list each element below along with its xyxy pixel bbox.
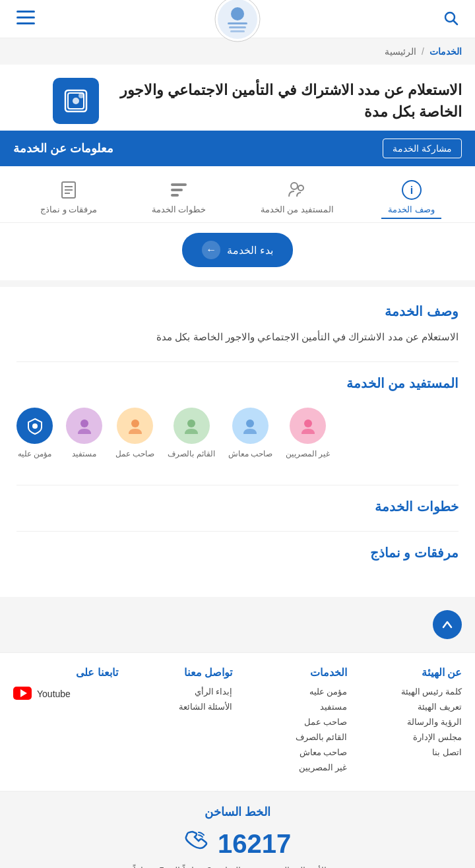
svg-rect-6 <box>229 26 246 28</box>
svg-text:i: i <box>410 185 412 196</box>
beneficiary-circle-3 <box>174 408 210 444</box>
attachments-title: مرفقات و نماذج <box>16 545 459 561</box>
beneficiary-item-1: مستفيد <box>66 408 102 458</box>
beneficiary-circle-1 <box>66 408 102 444</box>
beneficiary-section: المستفيد من الخدمة غير المصريين صاحب معا… <box>16 375 459 465</box>
beneficiary-item-0: مؤمن عليه <box>16 408 53 458</box>
youtube-icon <box>13 687 32 701</box>
search-button[interactable] <box>439 7 462 31</box>
description-section: وصف الخدمة الاستعلام عن مدد الاشتراك في … <box>16 303 459 345</box>
breadcrumb-current[interactable]: الخدمات <box>429 46 462 57</box>
beneficiary-circle-4 <box>232 408 269 444</box>
svg-point-4 <box>231 7 244 20</box>
steps-tab-icon <box>168 179 189 201</box>
tab-description[interactable]: i وصف الخدمة <box>381 176 441 219</box>
menu-button[interactable] <box>13 7 38 30</box>
service-icon-box <box>53 78 99 124</box>
footer-service-3[interactable]: القائم بالصرف <box>243 732 348 742</box>
footer-link-board[interactable]: مجلس الإدارة <box>357 732 462 742</box>
footer-contact-0[interactable]: إبداء الرأي <box>128 687 233 697</box>
content-area: وصف الخدمة الاستعلام عن مدد الاشتراك في … <box>0 287 475 597</box>
beneficiary-circle-0 <box>16 408 53 444</box>
footer-about-title: عن الهيئة <box>357 666 462 679</box>
divider-1 <box>16 361 459 362</box>
svg-rect-9 <box>16 16 35 18</box>
svg-rect-19 <box>171 183 187 186</box>
scroll-top-button[interactable] <box>433 610 462 639</box>
svg-rect-21 <box>171 194 179 197</box>
svg-point-18 <box>298 185 303 191</box>
divider-2 <box>16 485 459 485</box>
hotline-section: الخط الساخن 16217 من الأحد إلى الخميس من… <box>0 791 475 868</box>
svg-point-14 <box>79 93 84 98</box>
attachments-tab-icon <box>58 179 79 201</box>
tab-beneficiary[interactable]: المستفيد من الخدمة <box>254 176 340 219</box>
attachments-section: مرفقات و نماذج <box>16 545 459 561</box>
footer-services-title: الخدمات <box>243 666 348 679</box>
share-button[interactable]: مشاركة الخدمة <box>383 139 462 158</box>
logo <box>214 0 261 42</box>
divider-3 <box>16 531 459 532</box>
footer-follow-title: تابعنا على <box>13 666 118 679</box>
breadcrumb-home[interactable]: الرئيسية <box>385 46 416 57</box>
steps-section: خطوات الخدمة <box>16 499 459 514</box>
service-icon <box>63 88 89 114</box>
footer-link-about[interactable]: تعريف الهيئة <box>357 702 462 712</box>
footer-service-4[interactable]: صاحب معاش <box>243 747 348 757</box>
hotline-hours: من الأحد إلى الخميس من الساعة 9 صباحاً إ… <box>16 865 459 868</box>
menu-icon <box>16 11 35 25</box>
beneficiary-circle-5 <box>290 408 326 444</box>
footer-contact-1[interactable]: الأسئلة الشائعة <box>128 702 233 712</box>
footer-service-0[interactable]: مؤمن عليه <box>243 687 348 697</box>
footer-service-1[interactable]: مستفيد <box>243 702 348 712</box>
beneficiary-icons-row: غير المصريين صاحب معاش القائم بالصرف <box>16 401 459 465</box>
start-service-section: بدء الخدمة ← <box>0 223 475 280</box>
description-title: وصف الخدمة <box>16 303 459 319</box>
footer-service-5[interactable]: غير المصريين <box>243 762 348 772</box>
start-service-button[interactable]: بدء الخدمة ← <box>182 233 292 267</box>
hotline-title: الخط الساخن <box>16 805 459 819</box>
svg-point-29 <box>131 419 139 427</box>
service-info-bar: مشاركة الخدمة معلومات عن الخدمة <box>0 131 475 166</box>
description-text: الاستعلام عن مدد الاشتراك في التأمين الا… <box>16 329 459 345</box>
footer-contact-title: تواصل معنا <box>128 666 233 679</box>
footer-service-2[interactable]: صاحب عمل <box>243 717 348 727</box>
tab-steps[interactable]: خطوات الخدمة <box>145 176 213 219</box>
svg-line-1 <box>454 21 458 25</box>
footer-contact-col: تواصل معنا إبداء الرأي الأسئلة الشائعة <box>128 666 233 778</box>
footer-about-col: عن الهيئة كلمة رئيس الهيئة تعريف الهيئة … <box>357 666 462 778</box>
page-title: الاستعلام عن مدد الاشتراك في التأمين الا… <box>106 79 462 123</box>
page-title-section: الاستعلام عن مدد الاشتراك في التأمين الا… <box>0 65 475 131</box>
chevron-up-icon <box>441 618 454 631</box>
footer: عن الهيئة كلمة رئيس الهيئة تعريف الهيئة … <box>0 652 475 868</box>
youtube-link[interactable]: Youtube <box>13 687 118 701</box>
footer-link-contact[interactable]: اتصل بنا <box>357 747 462 757</box>
beneficiary-item-3: القائم بالصرف <box>168 408 214 458</box>
beneficiary-tab-icon <box>286 179 307 201</box>
breadcrumb: الخدمات / الرئيسية <box>0 38 475 65</box>
description-tab-icon: i <box>401 179 422 201</box>
hotline-number-row: 16217 <box>16 829 459 859</box>
service-info-title: معلومات عن الخدمة <box>13 141 113 156</box>
footer-services-col: الخدمات مؤمن عليه مستفيد صاحب عمل القائم… <box>243 666 348 778</box>
footer-follow-col: تابعنا على Youtube <box>13 666 118 778</box>
svg-rect-5 <box>228 22 247 24</box>
phone-icon <box>184 830 208 858</box>
youtube-label: Youtube <box>37 689 71 699</box>
svg-point-28 <box>187 419 195 427</box>
footer-link-vision[interactable]: الرؤية والرسالة <box>357 717 462 727</box>
beneficiary-item-4: صاحب معاش <box>228 408 272 458</box>
svg-rect-7 <box>230 30 245 32</box>
breadcrumb-separator: / <box>422 46 424 57</box>
tab-attachments[interactable]: مرفقات و نماذج <box>34 176 104 219</box>
beneficiary-title: المستفيد من الخدمة <box>16 375 459 391</box>
svg-point-13 <box>73 98 79 104</box>
svg-rect-10 <box>16 22 35 24</box>
beneficiary-item-2: صاحب عمل <box>115 408 154 458</box>
steps-title: خطوات الخدمة <box>16 499 459 514</box>
svg-rect-20 <box>171 189 183 191</box>
footer-grid: عن الهيئة كلمة رئيس الهيئة تعريف الهيئة … <box>0 652 475 791</box>
footer-link-head[interactable]: كلمة رئيس الهيئة <box>357 687 462 697</box>
svg-point-27 <box>246 419 254 427</box>
svg-point-31 <box>32 423 38 429</box>
